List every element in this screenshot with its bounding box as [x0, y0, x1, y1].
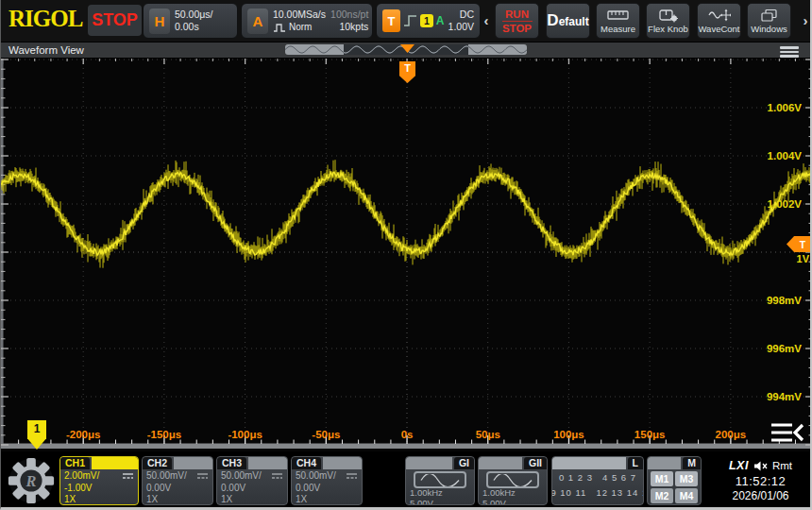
- wavecont-button[interactable]: WaveCont: [697, 3, 741, 39]
- waveform-display-area[interactable]: 1.006V1.004V1.002V998mV996mV994mV -200μs…: [1, 59, 812, 451]
- horizontal-position-overview[interactable]: [285, 44, 528, 57]
- rigol-logo: RIGOL: [8, 6, 82, 32]
- dc-coupling-icon: [346, 472, 358, 480]
- generator1-card[interactable]: GI 1.00kHz 5.00V: [405, 456, 475, 505]
- time-scale-label: 150μs: [634, 429, 666, 440]
- time-scale-label: 0s: [401, 429, 414, 440]
- channel2-probe: 1X: [146, 494, 209, 505]
- time-scale-label: -150μs: [147, 429, 181, 440]
- default-button[interactable]: Default: [546, 3, 590, 39]
- stop-label: STOP: [502, 23, 532, 34]
- default-label: Default: [547, 11, 588, 30]
- math-bar: [648, 457, 681, 469]
- logic-card-name: L: [628, 457, 643, 469]
- time-scale-label: 50μs: [476, 429, 500, 440]
- flex-knob-button[interactable]: Flex Knob: [646, 3, 690, 39]
- channel3-card[interactable]: CH3 50.00mV/ 0.00V 1X: [216, 456, 288, 505]
- channel1-probe: 1X: [64, 494, 134, 505]
- channel3-probe: 1X: [221, 494, 283, 505]
- knob-icon: [658, 8, 679, 23]
- toolbar-scroll-left-icon[interactable]: ‹: [482, 12, 491, 28]
- acquisition-block[interactable]: A 10.00MSa/s Norm 100ns/pt 10kpts: [241, 3, 373, 39]
- channel4-scale: 50.00mV/: [296, 470, 336, 483]
- memory-depth: 10kpts: [330, 21, 368, 33]
- oscilloscope-screen: RIGOL STOP H 50.00μs/ 0.00s A 10.00MSa/s…: [0, 0, 812, 510]
- voltage-scale-label: 1.006V: [768, 100, 802, 115]
- windows-label: Windows: [751, 24, 787, 34]
- horizontal-settings-block[interactable]: H 50.00μs/ 0.00s: [143, 3, 238, 39]
- math3-button[interactable]: M3: [675, 471, 698, 486]
- channel1-offset: -1.00V: [64, 483, 134, 495]
- time-scale-label: -200μs: [66, 429, 100, 440]
- voltage-scale-label: 998mV: [767, 293, 802, 308]
- view-title: Waveform View: [8, 44, 84, 56]
- sine-wave-icon: [486, 471, 539, 488]
- wavecont-label: WaveCont: [699, 24, 740, 34]
- channel2-card[interactable]: CH2 50.00mV/ 0.00V 1X: [142, 456, 213, 505]
- status-bar: R CH1 2.00mV/ -1.00V 1X CH2 50.00mV/ 0.0…: [1, 451, 810, 510]
- math1-button[interactable]: M1: [651, 471, 673, 486]
- generator1-amplitude: 5.00V: [410, 499, 470, 506]
- lxi-label: LXI: [729, 459, 749, 472]
- trigger-level: 1.00V: [448, 21, 474, 33]
- waveform-view-header: Waveform View: [1, 42, 810, 59]
- trigger-source-badge: 1: [420, 14, 433, 27]
- math-card[interactable]: M M1 M3 M2 M4: [647, 456, 702, 505]
- run-stop-button[interactable]: RUN STOP: [495, 3, 539, 39]
- dc-coupling-icon: [122, 472, 134, 480]
- math2-button[interactable]: M2: [651, 488, 673, 503]
- wave-drag-icon: [708, 8, 731, 23]
- acquisition-mode: Norm: [289, 21, 312, 33]
- trigger-level-scale-label: 1V: [797, 253, 809, 264]
- clock-time: 11:52:12: [711, 473, 810, 489]
- channel2-color-bar: [174, 457, 212, 469]
- generator2-frequency: 1.00kHz: [482, 488, 543, 499]
- channel1-scale: 2.00mV/: [64, 470, 99, 483]
- channel2-offset: 0.00V: [146, 483, 209, 495]
- measure-label: Measure: [601, 24, 635, 34]
- run-stop-divider: [502, 21, 533, 22]
- generator2-bar: [479, 457, 522, 469]
- acquisition-mode-row: Norm: [273, 21, 326, 33]
- hamburger-menu-icon[interactable]: [780, 46, 799, 58]
- logic-digits-8-11: 8 9 10 11: [551, 486, 586, 500]
- math4-button[interactable]: M4: [675, 488, 698, 503]
- rigol-gear-logo[interactable]: R: [6, 454, 57, 507]
- trigger-sweep-mode: A: [436, 14, 445, 27]
- math-card-name: M: [683, 457, 701, 469]
- top-toolbar: RIGOL STOP H 50.00μs/ 0.00s A 10.00MSa/s…: [1, 0, 810, 42]
- logic-channels-card[interactable]: L 0 1 2 34 5 6 7 8 9 10 1112 13 14 15: [551, 456, 644, 505]
- time-scale-label: 100μs: [553, 429, 584, 440]
- channel4-probe: 1X: [296, 494, 358, 505]
- muted-speaker-icon[interactable]: [753, 461, 768, 471]
- channel4-card[interactable]: CH4 50.00mV/ 0.00V 1X: [291, 456, 363, 505]
- channel4-color-bar: [323, 457, 362, 469]
- time-scale-label: -100μs: [228, 429, 262, 440]
- run-state-indicator: STOP: [88, 5, 142, 36]
- timebase-scale: 50.00μs/: [175, 8, 213, 21]
- generator2-name: GII: [524, 457, 547, 469]
- generator1-frequency: 1.00kHz: [410, 488, 470, 499]
- voltage-scale-label: 994mV: [767, 389, 802, 404]
- collapse-panel-icon[interactable]: [770, 421, 805, 448]
- system-status-panel[interactable]: LXI Rmt 11:52:12 2026/01/06: [711, 459, 810, 503]
- generator2-card[interactable]: GII 1.00kHz 5.00V: [478, 456, 548, 505]
- channel3-color-bar: [248, 457, 287, 469]
- sample-rate: 10.00MSa/s: [273, 8, 326, 21]
- remote-indicator: Rmt: [772, 460, 792, 471]
- sample-interval: 100ns/pt: [330, 8, 368, 21]
- logic-digits-12-15: 12 13 14 15: [596, 486, 644, 500]
- logic-digits-0-3: 0 1 2 3: [559, 471, 593, 484]
- dc-coupling-icon: [196, 472, 209, 480]
- trigger-block[interactable]: T 1 A DC 1.00V: [376, 3, 481, 39]
- logic-digits-4-7: 4 5 6 7: [602, 471, 636, 484]
- channel1-card[interactable]: CH1 2.00mV/ -1.00V 1X: [59, 456, 139, 505]
- voltage-scale-label: 996mV: [767, 341, 802, 356]
- flex-knob-label: Flex Knob: [648, 24, 688, 34]
- windows-button[interactable]: Windows: [747, 3, 791, 39]
- time-scale-label: -50μs: [312, 429, 340, 440]
- generator1-name: GI: [454, 457, 474, 469]
- toolbar-scroll-right-icon[interactable]: ›: [801, 12, 810, 28]
- svg-text:R: R: [25, 472, 37, 490]
- measure-button[interactable]: Measure: [596, 3, 640, 39]
